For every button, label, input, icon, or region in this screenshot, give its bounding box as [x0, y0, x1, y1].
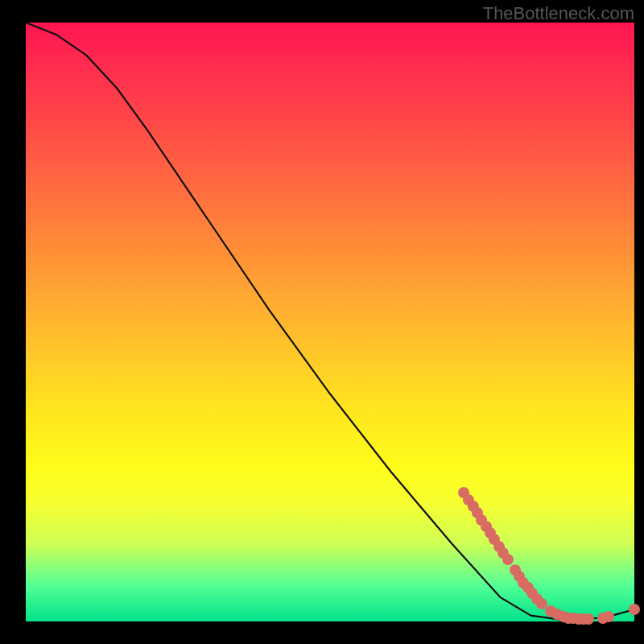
data-point: [629, 604, 640, 615]
data-point: [603, 611, 614, 622]
chart-area: [26, 23, 634, 621]
chart-scatter-layer: [26, 23, 634, 621]
watermark-text: TheBottleneck.com: [483, 3, 634, 24]
data-point: [583, 613, 594, 625]
data-point: [502, 554, 514, 565]
